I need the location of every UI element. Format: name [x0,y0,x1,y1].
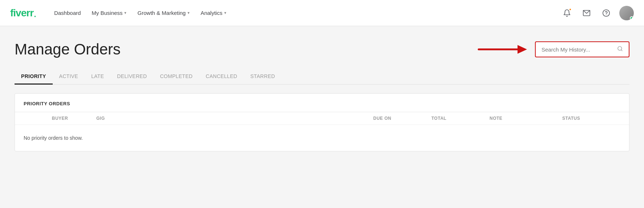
nav-my-business[interactable]: My Business ▾ [87,7,131,19]
orders-section-header: PRIORITY ORDERS [15,94,629,112]
chevron-down-icon: ▾ [224,11,226,15]
page-title: Manage Orders [15,41,121,58]
annotation-arrow [477,42,528,57]
tab-completed[interactable]: COMPLETED [153,69,199,85]
tabs-bar: PRIORITY ACTIVE LATE DELIVERED COMPLETED… [15,69,629,85]
orders-section-title: PRIORITY ORDERS [24,101,70,106]
col-note: NOTE [490,116,562,121]
tab-priority[interactable]: PRIORITY [15,69,53,85]
col-status: STATUS [562,116,620,121]
search-icon[interactable] [617,46,623,53]
nav-analytics-label: Analytics [201,10,222,16]
logo-dot: . [33,7,37,19]
online-indicator [630,16,633,20]
nav-analytics[interactable]: Analytics ▾ [196,7,231,19]
page-header: Manage Orders [15,41,629,58]
nav-dashboard-label: Dashboard [54,10,81,16]
orders-table-header: BUYER GIG DUE ON TOTAL NOTE STATUS [15,112,629,125]
tab-cancelled[interactable]: CANCELLED [199,69,244,85]
col-buyer: BUYER [24,116,96,121]
notification-dot [569,8,572,11]
navbar: fiverr. Dashboard My Business ▾ Growth &… [0,0,644,26]
mail-icon [583,9,591,17]
tab-late[interactable]: LATE [85,69,110,85]
nav-items: Dashboard My Business ▾ Growth & Marketi… [50,7,560,19]
search-box[interactable] [535,41,629,57]
logo[interactable]: fiverr. [10,7,37,19]
orders-empty-message: No priority orders to show. [15,125,629,151]
avatar[interactable] [619,6,634,20]
nav-my-business-label: My Business [92,10,122,16]
search-area [477,41,629,57]
nav-growth-marketing-label: Growth & Marketing [137,10,186,16]
col-due-on: DUE ON [373,116,431,121]
nav-right [560,6,634,20]
main-content: Manage Orders [0,26,644,208]
logo-text: fiverr [10,7,33,19]
help-button[interactable] [600,7,613,20]
svg-line-6 [621,50,622,51]
nav-dashboard[interactable]: Dashboard [50,7,85,19]
tab-delivered[interactable]: DELIVERED [110,69,153,85]
help-icon [602,9,610,17]
tab-starred[interactable]: STARRED [244,69,282,85]
svg-marker-4 [518,45,527,54]
nav-growth-marketing[interactable]: Growth & Marketing ▾ [133,7,194,19]
messages-button[interactable] [580,7,593,20]
search-input[interactable] [542,46,617,53]
col-total: TOTAL [431,116,490,121]
chevron-down-icon: ▾ [124,11,126,15]
chevron-down-icon: ▾ [188,11,190,15]
tab-active[interactable]: ACTIVE [53,69,85,85]
orders-section: PRIORITY ORDERS BUYER GIG DUE ON TOTAL N… [15,93,629,151]
col-gig: GIG [96,116,373,121]
notifications-button[interactable] [560,7,573,20]
